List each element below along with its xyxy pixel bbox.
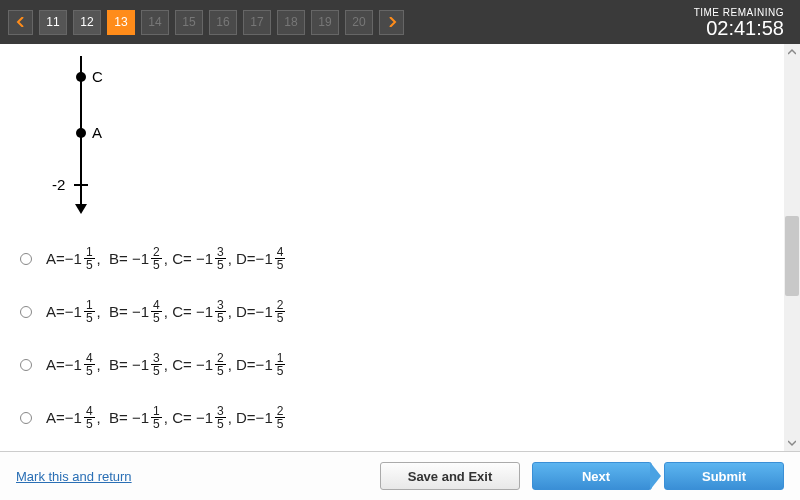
question-nav-15[interactable]: 15 [175, 10, 203, 35]
equation-prefix: , D=− [228, 356, 265, 373]
chevron-right-icon [387, 17, 397, 27]
mixed-whole: 1 [141, 250, 149, 267]
fraction-denominator: 5 [275, 312, 286, 324]
fraction-denominator: 5 [84, 418, 95, 430]
fraction-denominator: 5 [275, 365, 286, 377]
fraction-denominator: 5 [84, 259, 95, 271]
radio-button[interactable] [20, 306, 32, 318]
equation-prefix: , D=− [228, 409, 265, 426]
point-c-label: C [92, 68, 103, 85]
scrollbar[interactable] [784, 44, 800, 451]
submit-button[interactable]: Submit [664, 462, 784, 490]
fraction-denominator: 5 [151, 259, 162, 271]
answer-options: A=−115, B= −125, C= −135, D=−145A=−115, … [20, 246, 780, 430]
point-a-label: A [92, 124, 102, 141]
point-c [76, 72, 86, 82]
fraction-denominator: 5 [215, 312, 226, 324]
radio-button[interactable] [20, 253, 32, 265]
option-equation: A=−145, B= −135, C= −125, D=−115 [46, 352, 285, 377]
fraction-denominator: 5 [84, 365, 95, 377]
equation-prefix: A=− [46, 303, 74, 320]
fraction-denominator: 5 [84, 312, 95, 324]
equation-prefix: , B= − [97, 250, 141, 267]
equation-prefix: , B= − [97, 356, 141, 373]
option-equation: A=−115, B= −145, C= −135, D=−125 [46, 299, 285, 324]
next-arrow-button[interactable] [379, 10, 404, 35]
fraction-denominator: 5 [151, 418, 162, 430]
fraction-denominator: 5 [151, 312, 162, 324]
mixed-whole: 1 [205, 356, 213, 373]
fraction-denominator: 5 [215, 365, 226, 377]
option-row[interactable]: A=−145, B= −135, C= −125, D=−115 [20, 352, 780, 377]
equation-prefix: , C= − [164, 356, 205, 373]
equation-prefix: A=− [46, 250, 74, 267]
option-equation: A=−145, B= −115, C= −135, D=−125 [46, 405, 285, 430]
mixed-whole: 1 [205, 250, 213, 267]
mark-return-link[interactable]: Mark this and return [16, 469, 132, 484]
chevron-left-icon [16, 17, 26, 27]
question-nav-17[interactable]: 17 [243, 10, 271, 35]
mixed-whole: 1 [141, 356, 149, 373]
equation-prefix: , C= − [164, 409, 205, 426]
option-row[interactable]: A=−145, B= −115, C= −135, D=−125 [20, 405, 780, 430]
fraction-denominator: 5 [275, 418, 286, 430]
question-nav-20[interactable]: 20 [345, 10, 373, 35]
save-exit-button[interactable]: Save and Exit [380, 462, 520, 490]
equation-prefix: , D=− [228, 303, 265, 320]
question-nav-11[interactable]: 11 [39, 10, 67, 35]
equation-prefix: A=− [46, 356, 74, 373]
fraction-denominator: 5 [215, 418, 226, 430]
timer-label: TIME REMAINING [694, 7, 784, 18]
number-line-diagram: C A -2 [20, 56, 780, 226]
option-row[interactable]: A=−115, B= −125, C= −135, D=−145 [20, 246, 780, 271]
option-equation: A=−115, B= −125, C= −135, D=−145 [46, 246, 285, 271]
mixed-whole: 1 [141, 409, 149, 426]
equation-prefix: A=− [46, 409, 74, 426]
mixed-whole: 1 [74, 303, 82, 320]
mixed-whole: 1 [74, 409, 82, 426]
equation-prefix: , C= − [164, 250, 205, 267]
mixed-whole: 1 [205, 409, 213, 426]
arrow-down-icon [75, 204, 87, 214]
mixed-whole: 1 [74, 250, 82, 267]
question-nav-12[interactable]: 12 [73, 10, 101, 35]
mixed-whole: 1 [264, 356, 272, 373]
footer-bar: Mark this and return Save and Exit Next … [0, 452, 800, 500]
equation-prefix: , C= − [164, 303, 205, 320]
next-button[interactable]: Next [532, 462, 652, 490]
radio-button[interactable] [20, 412, 32, 424]
question-nav-18[interactable]: 18 [277, 10, 305, 35]
mixed-whole: 1 [264, 303, 272, 320]
timer: TIME REMAINING 02:41:58 [694, 7, 792, 38]
equation-prefix: , B= − [97, 303, 141, 320]
fraction-denominator: 5 [275, 259, 286, 271]
option-row[interactable]: A=−115, B= −145, C= −135, D=−125 [20, 299, 780, 324]
header-bar: 11121314151617181920 TIME REMAINING 02:4… [0, 0, 800, 44]
mixed-whole: 1 [264, 409, 272, 426]
mixed-whole: 1 [205, 303, 213, 320]
fraction-denominator: 5 [151, 365, 162, 377]
timer-value: 02:41:58 [694, 18, 784, 38]
fraction-denominator: 5 [215, 259, 226, 271]
prev-arrow-button[interactable] [8, 10, 33, 35]
question-nav-13[interactable]: 13 [107, 10, 135, 35]
question-nav-19[interactable]: 19 [311, 10, 339, 35]
point-a [76, 128, 86, 138]
equation-prefix: , D=− [228, 250, 265, 267]
content-area: C A -2 A=−115, B= −125, C= −135, D=−145A… [0, 44, 800, 452]
radio-button[interactable] [20, 359, 32, 371]
mixed-whole: 1 [141, 303, 149, 320]
equation-prefix: , B= − [97, 409, 141, 426]
tick-mark [74, 184, 88, 186]
scroll-thumb[interactable] [785, 216, 799, 296]
tick-label: -2 [52, 176, 65, 193]
question-nav-14[interactable]: 14 [141, 10, 169, 35]
mixed-whole: 1 [264, 250, 272, 267]
question-nav-16[interactable]: 16 [209, 10, 237, 35]
mixed-whole: 1 [74, 356, 82, 373]
scroll-down-icon[interactable] [784, 435, 800, 451]
scroll-up-icon[interactable] [784, 44, 800, 60]
